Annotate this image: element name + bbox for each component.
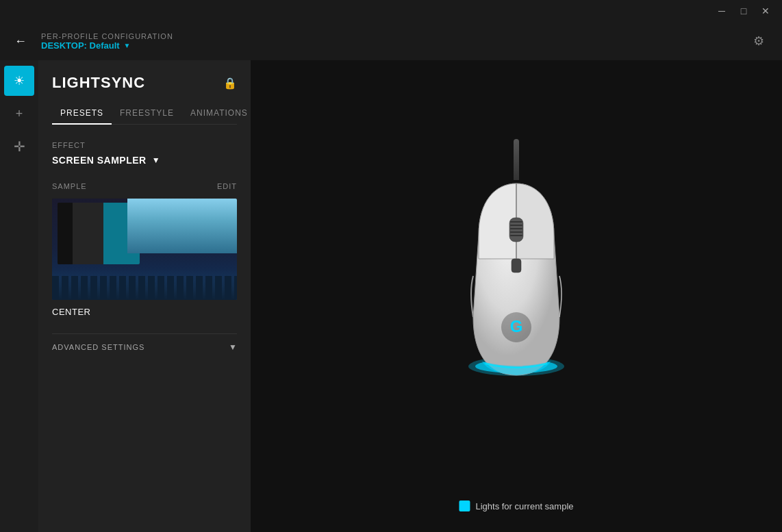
- effect-name: SCREEN SAMPLER: [52, 155, 147, 166]
- legend: Lights for current sample: [459, 501, 573, 511]
- main-panel: LIGHTSYNC 🔒 PRESETS FREESTYLE ANIMATIONS…: [38, 60, 251, 532]
- move-icon: ✛: [14, 138, 25, 155]
- per-profile-label: PER-PROFILE CONFIGURATION: [41, 32, 735, 40]
- mouse-cable: [514, 139, 519, 180]
- advanced-title: ADVANCED SETTINGS: [52, 343, 144, 351]
- profile-dropdown-arrow-icon: ▼: [124, 42, 131, 49]
- lightsync-icon: ☀: [14, 73, 25, 88]
- chevron-down-icon: ▼: [229, 342, 237, 352]
- mouse-display: G: [441, 166, 592, 399]
- left-sidebar: ☀ + ✛: [0, 60, 38, 532]
- close-button[interactable]: ✕: [755, 0, 777, 22]
- titlebar: ─ □ ✕: [0, 0, 782, 22]
- svg-text:G: G: [510, 317, 523, 335]
- mouse-body: G: [458, 180, 575, 385]
- tab-animations[interactable]: ANIMATIONS: [182, 103, 251, 125]
- edit-button[interactable]: EDIT: [217, 182, 237, 190]
- plus-icon: +: [16, 107, 23, 121]
- tab-freestyle[interactable]: FREESTYLE: [112, 103, 182, 125]
- sample-header: SAMPLE EDIT: [52, 182, 237, 190]
- svg-rect-9: [510, 221, 522, 223]
- effect-dropdown[interactable]: SCREEN SAMPLER ▼: [52, 155, 237, 166]
- svg-rect-14: [512, 259, 521, 273]
- svg-rect-10: [510, 225, 522, 226]
- svg-rect-13: [510, 235, 522, 236]
- mock-cityscape: [52, 269, 237, 300]
- lock-icon: 🔒: [223, 77, 237, 90]
- tabs-container: PRESETS FREESTYLE ANIMATIONS: [52, 103, 237, 125]
- mock-panel: [73, 203, 103, 264]
- back-button[interactable]: ←: [11, 31, 30, 51]
- right-area: G Lights for current sample: [251, 60, 782, 532]
- minimize-button[interactable]: ─: [711, 0, 733, 22]
- legend-color-swatch: [459, 501, 470, 511]
- effect-dropdown-arrow-icon: ▼: [152, 155, 160, 165]
- sample-preview: [52, 199, 237, 300]
- svg-rect-11: [510, 228, 522, 229]
- profile-selector[interactable]: DESKTOP: Default ▼: [41, 40, 735, 51]
- maximize-button[interactable]: □: [733, 0, 755, 22]
- screenshot-mockup: [52, 199, 237, 300]
- settings-button[interactable]: ⚙: [746, 29, 771, 53]
- mock-sky: [127, 199, 237, 253]
- sidebar-item-move[interactable]: ✛: [4, 131, 34, 162]
- mock-sidebar: [58, 203, 73, 264]
- sidebar-item-add[interactable]: +: [4, 99, 34, 129]
- panel-header: LIGHTSYNC 🔒: [52, 74, 237, 92]
- header: ← PER-PROFILE CONFIGURATION DESKTOP: Def…: [0, 22, 782, 60]
- sidebar-item-lightsync[interactable]: ☀: [4, 66, 34, 96]
- effect-label: EFFECT: [52, 141, 237, 149]
- legend-text: Lights for current sample: [475, 501, 573, 511]
- advanced-settings-header[interactable]: ADVANCED SETTINGS ▼: [52, 342, 237, 352]
- profile-name-text: DESKTOP: Default: [41, 40, 120, 51]
- center-label: CENTER: [52, 307, 237, 317]
- panel-title: LIGHTSYNC: [52, 74, 145, 92]
- header-info: PER-PROFILE CONFIGURATION DESKTOP: Defau…: [41, 32, 735, 51]
- advanced-settings: ADVANCED SETTINGS ▼: [52, 333, 237, 352]
- tab-presets[interactable]: PRESETS: [52, 103, 112, 125]
- svg-rect-12: [510, 231, 522, 233]
- sample-label: SAMPLE: [52, 182, 87, 190]
